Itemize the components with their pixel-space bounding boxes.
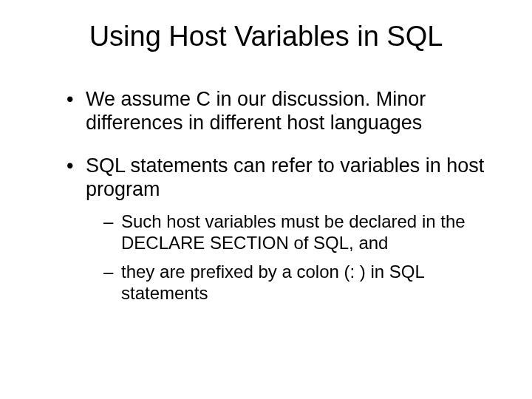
list-item: We assume C in our discussion. Minor dif…: [66, 88, 488, 135]
slide-title: Using Host Variables in SQL: [44, 21, 488, 52]
bullet-list: We assume C in our discussion. Minor dif…: [66, 88, 488, 304]
sub-bullet-list: Such host variables must be declared in …: [86, 211, 488, 304]
slide: Using Host Variables in SQL We assume C …: [0, 0, 532, 399]
bullet-text: SQL statements can refer to variables in…: [86, 154, 484, 200]
bullet-text: they are prefixed by a colon (: ) in SQL…: [121, 262, 424, 303]
list-item: SQL statements can refer to variables in…: [66, 154, 488, 304]
list-item: Such host variables must be declared in …: [103, 211, 488, 254]
list-item: they are prefixed by a colon (: ) in SQL…: [103, 262, 488, 304]
slide-body: We assume C in our discussion. Minor dif…: [44, 88, 488, 304]
bullet-text: Such host variables must be declared in …: [121, 211, 466, 253]
bullet-text: We assume C in our discussion. Minor dif…: [86, 88, 426, 134]
